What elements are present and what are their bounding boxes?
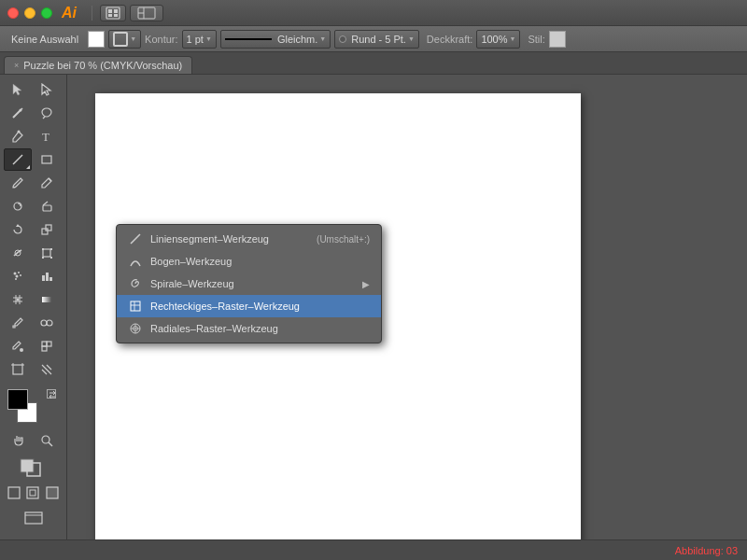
svg-rect-36 — [46, 273, 49, 281]
line-segment-tool[interactable] — [4, 148, 32, 171]
svg-rect-63 — [25, 512, 42, 524]
svg-rect-50 — [13, 365, 22, 374]
pen-tool[interactable] — [4, 125, 32, 147]
eraser-tool[interactable] — [33, 195, 61, 217]
options-toolbar: Keine Auswahl ▼ Kontur: 1 pt ▼ Gleichm. … — [0, 26, 747, 52]
tabbar: × Puzzle bei 70 % (CMYK/Vorschau) — [0, 52, 747, 75]
menu-item-radiales-raster[interactable]: Radiales–Raster–Werkzeug — [117, 317, 381, 340]
menu-label-bogen: Bogen–Werkzeug — [150, 256, 232, 267]
opacity-dropdown[interactable]: 100% ▼ — [476, 30, 520, 49]
svg-rect-60 — [27, 487, 38, 498]
screen-mode-button[interactable] — [6, 507, 61, 529]
svg-rect-58 — [27, 463, 40, 476]
rotate-tool[interactable] — [4, 218, 32, 241]
svg-rect-26 — [42, 248, 44, 250]
stroke-end-dropdown[interactable]: Rund - 5 Pt. ▼ — [334, 30, 419, 49]
svg-line-14 — [13, 155, 22, 164]
menu-label-spirale: Spirale–Werkzeug — [150, 278, 234, 289]
blend-tool[interactable] — [33, 312, 61, 334]
svg-point-70 — [134, 327, 138, 331]
menu-item-bogen[interactable]: Bogen–Werkzeug — [117, 250, 381, 273]
bridge-button[interactable] — [100, 5, 126, 21]
canvas-area: Liniensegment–Werkzeug (Umschalt+:) Boge… — [67, 75, 747, 539]
color-swatch-area — [7, 387, 58, 425]
svg-point-10 — [20, 109, 22, 112]
traffic-lights — [7, 7, 52, 19]
line-segment-icon — [128, 231, 143, 246]
svg-rect-18 — [43, 205, 51, 211]
stil-swatch[interactable] — [549, 31, 566, 48]
fill-stroke-btn[interactable] — [6, 456, 61, 479]
slice-tool[interactable] — [33, 358, 61, 381]
stroke-end-icon — [339, 35, 346, 43]
hand-tool[interactable] — [4, 429, 32, 452]
svg-line-8 — [13, 110, 21, 118]
document-tab[interactable]: × Puzzle bei 70 % (CMYK/Vorschau) — [4, 56, 192, 74]
lasso-tool[interactable] — [33, 102, 61, 124]
stil-label: Stil: — [528, 34, 544, 45]
svg-line-16 — [49, 178, 51, 181]
svg-marker-21 — [16, 224, 20, 227]
select-tool[interactable] — [4, 78, 32, 101]
type-tool[interactable]: T — [33, 125, 61, 147]
scale-tool[interactable] — [33, 218, 61, 241]
warp-tool[interactable] — [4, 242, 32, 264]
tool-row-2 — [4, 102, 63, 124]
separator — [92, 6, 92, 21]
direct-select-tool[interactable] — [33, 78, 61, 101]
tab-close-button[interactable]: × — [14, 61, 19, 70]
tool-row-5 — [4, 172, 63, 194]
svg-point-24 — [15, 250, 21, 256]
close-button[interactable] — [7, 7, 19, 19]
radial-grid-icon — [128, 321, 143, 336]
stroke-box-icon — [113, 32, 128, 47]
live-paint-select-tool[interactable] — [33, 335, 61, 357]
free-transform-tool[interactable] — [33, 242, 61, 264]
eyedropper-tool[interactable] — [4, 312, 32, 334]
magic-wand-tool[interactable] — [4, 102, 32, 124]
gradient-tool[interactable] — [33, 288, 61, 311]
draw-behind[interactable] — [44, 482, 61, 504]
menu-item-rechteckiges-raster[interactable]: Rechteckiges–Raster–Werkzeug — [117, 295, 381, 317]
tool-row-1 — [4, 78, 63, 101]
tool-row-4 — [4, 148, 63, 171]
deckkraft-label: Deckkraft: — [427, 34, 473, 45]
zoom-tool[interactable] — [33, 429, 61, 452]
column-graph-tool[interactable] — [33, 265, 61, 287]
mesh-tool[interactable] — [4, 288, 32, 311]
main-area: T — [0, 75, 747, 539]
menu-item-liniensegment[interactable]: Liniensegment–Werkzeug (Umschalt+:) — [117, 228, 381, 250]
artboard-tool[interactable] — [4, 358, 32, 381]
svg-line-65 — [131, 234, 140, 244]
minimize-button[interactable] — [24, 7, 35, 19]
svg-rect-29 — [50, 257, 52, 259]
workspace-button[interactable] — [130, 5, 163, 21]
titlebar: Ai — [0, 0, 747, 26]
live-paint-tool[interactable] — [4, 335, 32, 357]
maximize-button[interactable] — [41, 7, 52, 19]
foreground-color-swatch[interactable] — [7, 389, 28, 410]
normal-view[interactable] — [6, 482, 22, 504]
stroke-align-dropdown[interactable]: Gleichm. ▼ — [220, 30, 331, 49]
symbol-spray-tool[interactable] — [4, 265, 32, 287]
pencil-tool[interactable] — [33, 172, 61, 194]
spirale-submenu-arrow: ▶ — [362, 279, 370, 289]
tool-row-14 — [4, 429, 63, 452]
svg-line-9 — [21, 108, 22, 110]
context-menu: Liniensegment–Werkzeug (Umschalt+:) Boge… — [116, 224, 382, 343]
svg-rect-2 — [114, 9, 118, 13]
menu-item-spirale[interactable]: Spirale–Werkzeug ▶ — [117, 273, 381, 295]
svg-rect-25 — [43, 249, 50, 257]
swap-colors-button[interactable] — [47, 389, 56, 399]
fill-swatch[interactable] — [88, 31, 105, 48]
svg-rect-59 — [8, 487, 20, 498]
blob-brush-tool[interactable] — [4, 195, 32, 217]
rect-tool[interactable] — [33, 148, 61, 171]
draw-inside[interactable] — [24, 482, 41, 504]
tool-row-6 — [4, 195, 63, 217]
kontur-label: Kontur: — [145, 34, 177, 45]
stroke-style-dropdown[interactable]: ▼ — [108, 30, 141, 49]
paintbrush-tool[interactable] — [4, 172, 32, 194]
view-mode-row — [4, 482, 63, 504]
stroke-weight-dropdown[interactable]: 1 pt ▼ — [182, 30, 217, 49]
